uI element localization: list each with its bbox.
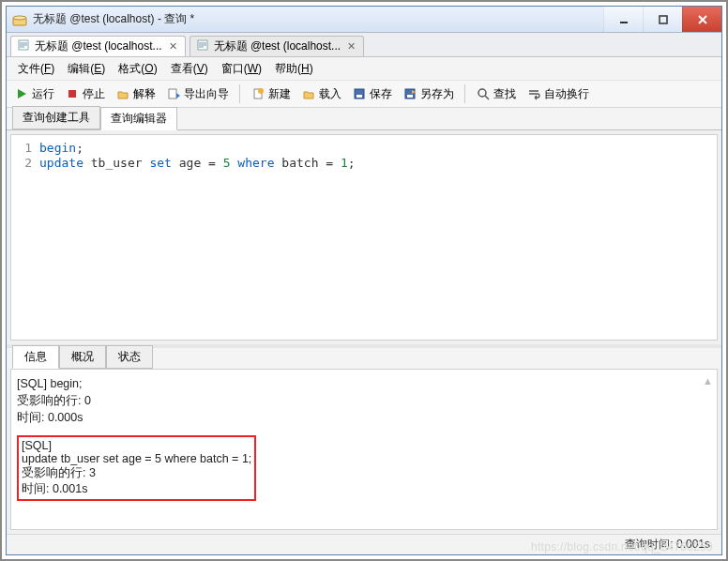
wrap-button[interactable]: 自动换行 <box>523 84 593 104</box>
folder-icon <box>115 86 130 101</box>
document-tab-label: 无标题 @test (localhost... <box>35 38 162 54</box>
menu-edit[interactable]: 编辑(E) <box>62 59 111 79</box>
run-button[interactable]: 运行 <box>10 84 58 104</box>
svg-rect-3 <box>660 16 667 23</box>
line-gutter: 1 2 <box>11 141 39 334</box>
minimize-button[interactable] <box>603 7 643 32</box>
menubar: 文件(F) 编辑(E) 格式(O) 查看(V) 窗口(W) 帮助(H) <box>7 57 721 80</box>
separator <box>239 84 240 103</box>
separator <box>464 84 465 103</box>
toolbar: 运行 停止 解释 导出向导 新建 载入 保存 另存为 查找 自动换行 <box>7 80 721 108</box>
floppy-icon <box>352 86 367 101</box>
close-tab-icon[interactable]: ✕ <box>345 40 357 53</box>
wrap-icon <box>526 86 541 101</box>
export-wizard-button[interactable]: 导出向导 <box>162 84 233 104</box>
tab-profile[interactable]: 概况 <box>59 345 106 369</box>
svg-point-12 <box>258 88 264 94</box>
export-icon <box>166 86 181 101</box>
svg-rect-14 <box>356 95 362 98</box>
svg-line-18 <box>485 96 489 99</box>
find-button[interactable]: 查找 <box>472 84 520 104</box>
document-tabs: 无标题 @test (localhost... ✕ 无标题 @test (loc… <box>7 33 721 57</box>
svg-rect-16 <box>407 95 413 98</box>
titlebar: 无标题 @test (localhost) - 查询 * <box>7 7 721 33</box>
play-icon <box>14 86 29 101</box>
app-window: 无标题 @test (localhost) - 查询 * 无标题 @test (… <box>6 6 722 555</box>
document-tab-label: 无标题 @test (localhost... <box>214 38 341 54</box>
document-tab-1[interactable]: 无标题 @test (localhost... ✕ <box>10 36 186 56</box>
stop-button[interactable]: 停止 <box>61 84 109 104</box>
menu-format[interactable]: 格式(O) <box>113 59 162 79</box>
document-tab-2[interactable]: 无标题 @test (localhost... ✕ <box>190 36 365 56</box>
svg-point-17 <box>478 89 486 97</box>
output-tabs: 信息 概况 状态 <box>7 348 721 369</box>
output-block-highlighted: [SQL] update tb_user set age = 5 where b… <box>17 435 256 501</box>
code-content[interactable]: begin;update tb_user set age = 5 where b… <box>39 141 356 334</box>
query-icon <box>196 38 209 54</box>
svg-rect-10 <box>169 89 176 99</box>
maximize-button[interactable] <box>643 7 682 32</box>
close-tab-icon[interactable]: ✕ <box>167 40 179 53</box>
code-editor[interactable]: 1 2 begin;update tb_user set age = 5 whe… <box>10 134 718 341</box>
menu-help[interactable]: 帮助(H) <box>269 59 319 79</box>
explain-button[interactable]: 解释 <box>112 84 159 104</box>
editor-tabs: 查询创建工具 查询编辑器 <box>7 108 721 130</box>
svg-marker-8 <box>18 89 26 99</box>
menu-view[interactable]: 查看(V) <box>165 59 214 79</box>
save-button[interactable]: 保存 <box>348 84 396 104</box>
output-block-1: [SQL] begin; 受影响的行: 0 时间: 0.000s <box>17 375 698 426</box>
close-button[interactable] <box>682 7 721 32</box>
floppy-as-icon <box>402 86 417 101</box>
app-icon <box>12 12 27 27</box>
open-folder-icon <box>301 86 316 101</box>
new-button[interactable]: 新建 <box>247 84 295 104</box>
svg-point-1 <box>13 16 26 20</box>
save-as-button[interactable]: 另存为 <box>399 84 458 104</box>
menu-file[interactable]: 文件(F) <box>12 59 60 79</box>
output-panel: ▲ [SQL] begin; 受影响的行: 0 时间: 0.000s [SQL]… <box>10 369 718 530</box>
query-icon <box>17 38 30 54</box>
tab-info[interactable]: 信息 <box>12 345 59 369</box>
window-title: 无标题 @test (localhost) - 查询 * <box>33 11 603 27</box>
search-icon <box>476 86 491 101</box>
tab-status[interactable]: 状态 <box>106 345 153 369</box>
tab-query-editor[interactable]: 查询编辑器 <box>100 107 177 130</box>
tab-query-builder[interactable]: 查询创建工具 <box>12 106 100 129</box>
svg-rect-9 <box>68 90 76 98</box>
stop-icon <box>65 86 80 101</box>
menu-window[interactable]: 窗口(W) <box>216 59 267 79</box>
scroll-up-icon[interactable]: ▲ <box>703 375 713 387</box>
load-button[interactable]: 载入 <box>297 84 345 104</box>
new-file-icon <box>250 86 265 101</box>
query-time-label: 查询时间: 0.001s <box>625 537 710 553</box>
statusbar: 查询时间: 0.001s <box>7 534 721 554</box>
